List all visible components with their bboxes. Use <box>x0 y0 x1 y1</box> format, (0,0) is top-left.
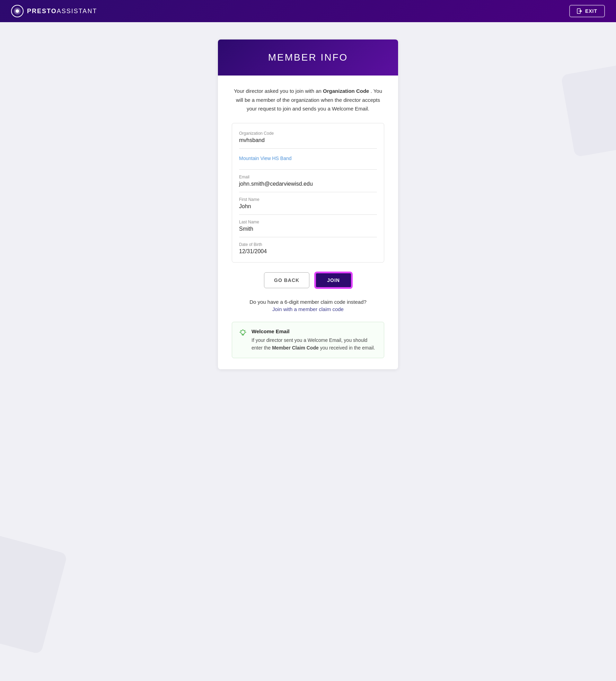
description-bold: Organization Code <box>323 88 369 94</box>
claim-code-question: Do you have a 6-digit member claim code … <box>232 298 384 306</box>
info-text: If your director sent you a Welcome Emai… <box>252 336 377 352</box>
go-back-label: GO BACK <box>274 277 299 283</box>
org-code-field: Organization Code mvhsband <box>239 126 377 149</box>
card-header: MEMBER INFO <box>218 39 398 76</box>
main-content: MEMBER INFO Your director asked you to j… <box>0 22 616 387</box>
email-label: Email <box>239 175 377 179</box>
first-name-field: First Name John <box>239 192 377 215</box>
member-info-card: MEMBER INFO Your director asked you to j… <box>218 39 398 369</box>
email-field: Email john.smith@cedarviewisd.edu <box>239 170 377 192</box>
description-text: Your director asked you to join with an … <box>232 87 384 113</box>
svg-point-2 <box>16 9 19 13</box>
org-code-label: Organization Code <box>239 131 377 136</box>
logo-area: PRESTOASSISTANT <box>11 5 97 17</box>
info-title: Welcome Email <box>252 328 377 334</box>
dob-field: Date of Birth 12/31/2004 <box>239 237 377 259</box>
lightbulb-icon <box>239 329 247 338</box>
org-name-value: Mountain View HS Band <box>239 153 377 165</box>
info-text-part2: you received in the email. <box>319 345 375 351</box>
first-name-label: First Name <box>239 197 377 202</box>
bg-shape-left <box>0 534 68 655</box>
org-code-value: mvhsband <box>239 137 377 143</box>
first-name-value: John <box>239 203 377 210</box>
last-name-value: Smith <box>239 226 377 232</box>
last-name-field: Last Name Smith <box>239 215 377 237</box>
join-button[interactable]: JOIN <box>315 272 352 288</box>
dob-label: Date of Birth <box>239 242 377 247</box>
claim-code-section: Do you have a 6-digit member claim code … <box>232 298 384 312</box>
info-text-bold: Member Claim Code <box>272 345 319 351</box>
card-title: MEMBER INFO <box>225 52 391 63</box>
dob-value: 12/31/2004 <box>239 248 377 255</box>
app-header: PRESTOASSISTANT EXIT <box>0 0 616 22</box>
go-back-button[interactable]: GO BACK <box>264 272 309 288</box>
info-content: Welcome Email If your director sent you … <box>252 328 377 352</box>
logo-text-regular: ASSISTANT <box>57 8 97 15</box>
email-value: john.smith@cedarviewisd.edu <box>239 181 377 187</box>
card-body: Your director asked you to join with an … <box>218 76 398 369</box>
last-name-label: Last Name <box>239 220 377 224</box>
form-container: Organization Code mvhsband Mountain View… <box>232 123 384 263</box>
info-box: Welcome Email If your director sent you … <box>232 322 384 359</box>
join-label: JOIN <box>327 277 340 283</box>
logo-text: PRESTOASSISTANT <box>27 8 97 15</box>
description-line1: Your director asked you to join with an <box>234 88 322 94</box>
button-area: GO BACK JOIN <box>232 272 384 288</box>
exit-icon <box>577 8 582 14</box>
svg-point-5 <box>241 330 245 334</box>
org-name-field: Mountain View HS Band <box>239 149 377 170</box>
logo-icon <box>11 5 24 17</box>
claim-code-link[interactable]: Join with a member claim code <box>232 306 384 312</box>
exit-button[interactable]: EXIT <box>569 5 605 17</box>
logo-text-bold: PRESTO <box>27 8 57 15</box>
exit-button-label: EXIT <box>585 8 597 14</box>
